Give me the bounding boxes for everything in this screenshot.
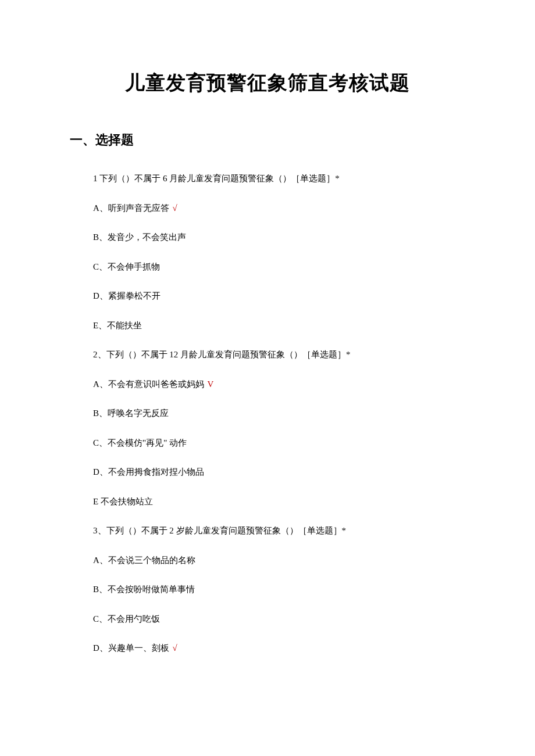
option-label: B、发音少，不会笑出声	[93, 232, 186, 242]
option-b: B、呼唤名字无反应	[93, 407, 465, 420]
question-2: 2、下列（）不属于 12 月龄儿童发育问题预警征象（）［单选题］* A、不会有意…	[70, 348, 465, 508]
option-label: D、兴趣单一、刻板	[93, 643, 169, 653]
page-title: 儿童发育预警征象筛直考核试题	[70, 70, 465, 96]
option-label: B、不会按吩咐做简单事情	[93, 585, 195, 594]
option-e: E 不会扶物站立	[93, 495, 465, 508]
option-label: A、不会有意识叫爸爸或妈妈	[93, 379, 204, 389]
correct-mark-icon: V	[208, 379, 214, 389]
option-label: E 不会扶物站立	[93, 497, 153, 506]
option-label: E、不能扶坐	[93, 321, 142, 330]
option-label: A、不会说三个物品的名称	[93, 556, 195, 565]
option-b: B、不会按吩咐做简单事情	[93, 583, 465, 596]
option-label: C、不会伸手抓物	[93, 262, 160, 271]
question-1: 1 下列（）不属于 6 月龄儿童发育问题预警征象（）［单选题］* A、听到声音无…	[70, 172, 465, 332]
option-a: A、不会说三个物品的名称	[93, 554, 465, 567]
option-c: C、不会用勺吃饭	[93, 612, 465, 626]
correct-mark-icon: √	[173, 643, 177, 653]
option-d: D、兴趣单一、刻板 √	[93, 642, 465, 655]
option-label: D、不会用拇食指对捏小物品	[93, 467, 204, 476]
question-3: 3、下列（）不属于 2 岁龄儿童发育问题预警征象（）［单选题］* A、不会说三个…	[70, 524, 465, 655]
option-c: C、不会模仿"再见" 动作	[93, 436, 465, 450]
option-label: B、呼唤名字无反应	[93, 409, 169, 418]
question-stem: 1 下列（）不属于 6 月龄儿童发育问题预警征象（）［单选题］*	[93, 172, 465, 185]
correct-mark-icon: √	[173, 203, 177, 213]
section-heading: 一、选择题	[70, 131, 465, 149]
option-b: B、发音少，不会笑出声	[93, 231, 465, 244]
question-stem: 3、下列（）不属于 2 岁龄儿童发育问题预警征象（）［单选题］*	[93, 524, 465, 538]
option-e: E、不能扶坐	[93, 319, 465, 332]
option-d: D、不会用拇食指对捏小物品	[93, 465, 465, 479]
question-stem: 2、下列（）不属于 12 月龄儿童发育问题预警征象（）［单选题］*	[93, 348, 465, 361]
option-label: C、不会模仿"再见" 动作	[93, 438, 187, 447]
option-label: A、听到声音无应答	[93, 203, 169, 213]
option-label: C、不会用勺吃饭	[93, 614, 160, 624]
option-a: A、听到声音无应答 √	[93, 202, 465, 215]
option-label: D、紧握拳松不开	[93, 291, 160, 300]
option-c: C、不会伸手抓物	[93, 260, 465, 274]
option-a: A、不会有意识叫爸爸或妈妈 V	[93, 378, 465, 391]
option-d: D、紧握拳松不开	[93, 289, 465, 303]
